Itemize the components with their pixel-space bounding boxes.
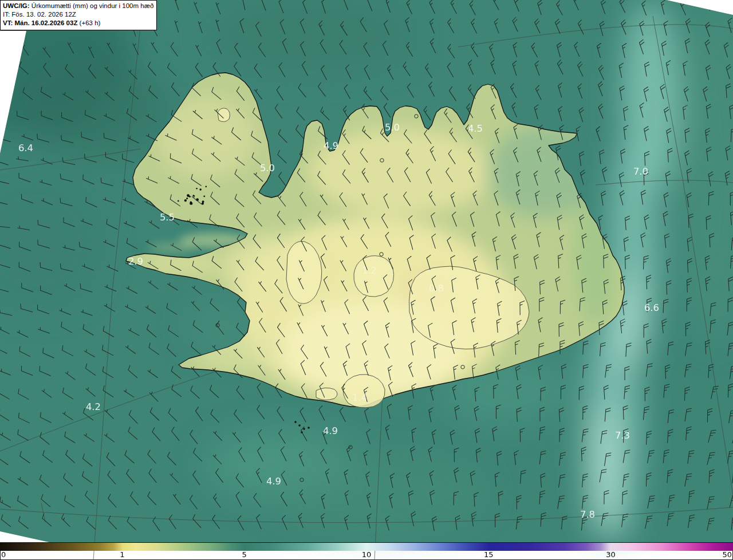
skerry-dot bbox=[178, 200, 179, 202]
skerry-dot bbox=[199, 188, 202, 191]
colorbar-tick: 30 bbox=[606, 550, 616, 559]
title-line-init-time: IT: Fös. 13. 02. 2026 12Z bbox=[3, 10, 153, 19]
skerry-dot bbox=[196, 188, 198, 190]
contour-label: 4.9 bbox=[324, 140, 338, 151]
contour-label: 6.4 bbox=[18, 143, 33, 153]
hofsjokull-glacier bbox=[354, 256, 394, 297]
vestmannaeyjar-islet bbox=[294, 421, 297, 423]
skerry-dot bbox=[202, 200, 204, 203]
colorbar-tick: 0 bbox=[1, 550, 6, 559]
skerry-dot bbox=[186, 198, 188, 199]
contour-label: 4.5 bbox=[468, 123, 483, 134]
contour-label: 4.2 bbox=[86, 401, 101, 412]
skerry-dot bbox=[202, 203, 204, 205]
product-description: Úrkomumætti (mm) og vindur i 100m hæð bbox=[30, 2, 154, 9]
eyjafjallajokull-glacier bbox=[316, 388, 337, 400]
precipitation-colorbar bbox=[0, 542, 733, 551]
colorbar-tick-labels: 0 1 5 10 15 30 50 bbox=[0, 550, 733, 560]
contour-label: 6.6 bbox=[644, 302, 659, 313]
colorbar-tick: 5 bbox=[242, 550, 246, 559]
valid-offset: (+63 h) bbox=[77, 19, 100, 26]
colorbar-tick: 1 bbox=[120, 550, 124, 559]
skerry-dot bbox=[184, 199, 187, 202]
product-id: UWC/IG: bbox=[3, 2, 30, 9]
colorbar-tick: 50 bbox=[722, 550, 732, 559]
contour-label: 1.2 bbox=[362, 265, 377, 276]
vestmannaeyjar-islet bbox=[298, 424, 301, 427]
weather-map-page: 6.45.04.95.04.57.05.52.91.20.86.64.21.44… bbox=[0, 0, 733, 560]
skerry-dot bbox=[190, 201, 192, 203]
contour-label: 5.0 bbox=[385, 122, 400, 133]
vestmannaeyjar-islet bbox=[303, 428, 305, 430]
contour-label: 5.0 bbox=[260, 163, 275, 173]
title-box: UWC/IG: Úrkomumætti (mm) og vindur i 100… bbox=[0, 0, 157, 30]
skerry-dot bbox=[205, 186, 207, 188]
colorbar-tick: 15 bbox=[484, 550, 494, 559]
contour-label: 2.9 bbox=[128, 256, 143, 267]
title-line-valid-time: VT: Mán. 16.02.2026 03Z (+63 h) bbox=[3, 19, 153, 27]
contour-label: 4.9 bbox=[323, 425, 338, 436]
contour-label: 7.3 bbox=[615, 430, 630, 441]
drangajokull-glacier bbox=[218, 108, 230, 122]
skerry-dot bbox=[189, 196, 191, 198]
contour-label: 5.5 bbox=[160, 212, 175, 223]
contour-label: 1.4 bbox=[352, 392, 367, 403]
valid-time: VT: Mán. 16.02.2026 03Z bbox=[3, 19, 77, 26]
iceland-precipitation-wind-map: 6.45.04.95.04.57.05.52.91.20.86.64.21.44… bbox=[0, 0, 733, 560]
colorbar-tick: 10 bbox=[362, 550, 372, 559]
contour-label: 4.9 bbox=[266, 476, 281, 487]
skerry-dot bbox=[203, 195, 205, 197]
title-line-product: UWC/IG: Úrkomumætti (mm) og vindur i 100… bbox=[3, 2, 153, 10]
contour-label: 7.8 bbox=[580, 509, 595, 520]
vestmannaeyjar-islet bbox=[308, 427, 310, 429]
contour-label: 0.8 bbox=[429, 283, 444, 294]
contour-label: 7.0 bbox=[633, 166, 648, 177]
